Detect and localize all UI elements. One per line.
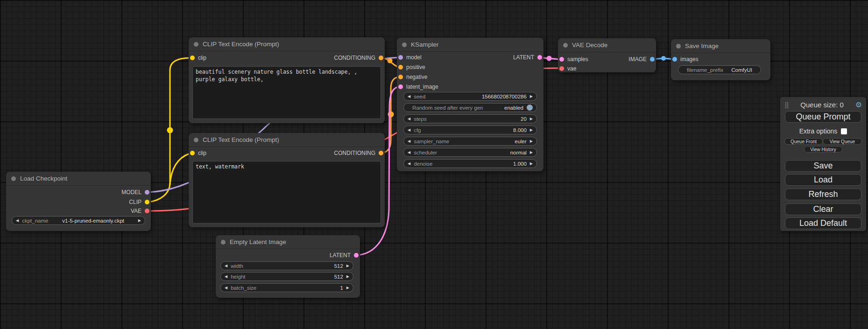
node-title-bar[interactable]: Save Image [671,39,770,53]
conditioning-slot-icon[interactable] [379,56,383,60]
input-samples[interactable]: samples [559,55,588,63]
model-slot-icon[interactable] [398,55,403,60]
filename-prefix-widget[interactable]: filename_prefix ComfyUI [678,65,761,74]
sampler-name-widget[interactable]: ◀ sampler_name euler ▶ [403,137,537,146]
model-slot-icon[interactable] [145,190,149,195]
height-widget[interactable]: ◀ height 512 ▶ [220,272,353,281]
input-clip[interactable]: clip [190,149,206,157]
prev-arrow-icon[interactable]: ◀ [408,128,410,132]
clear-button[interactable]: Clear [785,203,861,215]
steps-widget[interactable]: ◀ steps 20 ▶ [403,114,537,123]
clip-slot-icon[interactable] [190,56,195,60]
collapse-dot-icon[interactable] [563,43,568,48]
node-clip-encode-negative[interactable]: CLIP Text Encode (Prompt) clip CONDITION… [189,133,385,227]
input-clip[interactable]: clip [190,54,206,62]
next-arrow-icon[interactable]: ▶ [346,264,349,268]
output-conditioning[interactable]: CONDITIONING [334,149,383,157]
extra-options-checkbox[interactable] [841,128,847,134]
next-arrow-icon[interactable]: ▶ [530,128,533,132]
node-title-bar[interactable]: Load Checkpoint [6,172,151,186]
gear-icon[interactable]: ⚙ [855,100,862,109]
node-vae-decode[interactable]: VAE Decode samples vae IMAGE [558,38,656,72]
next-arrow-icon[interactable]: ▶ [530,151,533,154]
vae-slot-icon[interactable] [145,209,149,213]
node-title-bar[interactable]: Empty Latent Image [216,235,360,249]
prev-arrow-icon[interactable]: ◀ [408,117,410,121]
comfyui-canvas[interactable]: { "colors": { "model": "#B39DDB", "clip"… [0,0,868,329]
cfg-widget[interactable]: ◀ cfg 8.000 ▶ [403,126,537,134]
drag-handle-icon[interactable]: ⣿ [784,101,789,108]
queue-front-button[interactable]: Queue Front [784,138,823,145]
conditioning-slot-icon[interactable] [379,151,383,155]
prev-arrow-icon[interactable]: ◀ [408,162,410,166]
image-slot-icon[interactable] [672,57,677,62]
prev-arrow-icon[interactable]: ◀ [225,275,227,279]
output-conditioning[interactable]: CONDITIONING [334,54,383,62]
input-vae[interactable]: vae [559,64,576,73]
node-empty-latent-image[interactable]: Empty Latent Image LATENT ◀ width 512 ▶ … [216,235,360,298]
batch-size-widget[interactable]: ◀ batch_size 1 ▶ [220,283,353,292]
output-latent[interactable]: LATENT [330,251,359,259]
conditioning-slot-icon[interactable] [398,65,403,70]
next-arrow-icon[interactable]: ▶ [346,286,349,290]
collapse-dot-icon[interactable] [402,42,407,47]
save-button[interactable]: Save [785,160,861,172]
queue-prompt-button[interactable]: Queue Prompt [785,111,861,123]
next-arrow-icon[interactable]: ▶ [530,162,533,166]
conditioning-slot-icon[interactable] [398,75,403,79]
output-latent[interactable]: LATENT [513,53,542,62]
collapse-dot-icon[interactable] [194,42,198,47]
output-clip[interactable]: CLIP [129,198,149,206]
node-title-bar[interactable]: KSampler [397,38,543,52]
random-seed-toggle[interactable]: Random seed after every gen enabled [403,103,537,112]
clip-slot-icon[interactable] [145,200,149,204]
input-negative[interactable]: negative [398,73,427,81]
latent-slot-icon[interactable] [537,55,542,60]
prev-arrow-icon[interactable]: ◀ [225,264,227,268]
load-button[interactable]: Load [785,174,861,186]
output-image[interactable]: IMAGE [628,55,655,63]
prev-arrow-icon[interactable]: ◀ [408,140,410,143]
next-arrow-icon[interactable]: ▶ [530,117,533,121]
input-positive[interactable]: positive [398,63,425,71]
refresh-button[interactable]: Refresh [785,189,861,200]
collapse-dot-icon[interactable] [221,240,226,245]
collapse-dot-icon[interactable] [194,138,198,142]
collapse-dot-icon[interactable] [676,44,681,49]
width-widget[interactable]: ◀ width 512 ▶ [220,261,353,270]
prev-arrow-icon[interactable]: ◀ [225,286,227,290]
node-title-bar[interactable]: VAE Decode [558,38,656,52]
view-queue-button[interactable]: View Queue [823,138,862,145]
node-title-bar[interactable]: CLIP Text Encode (Prompt) [189,37,385,51]
output-model[interactable]: MODEL [121,188,149,196]
negative-prompt-textarea[interactable]: text, watermark [192,161,381,224]
scheduler-widget[interactable]: ◀ scheduler normal ▶ [403,148,537,157]
positive-prompt-textarea[interactable]: beautiful scenery nature glass bottle la… [192,66,381,119]
view-history-button[interactable]: View History [804,146,842,153]
node-clip-encode-positive[interactable]: CLIP Text Encode (Prompt) clip CONDITION… [189,37,385,123]
toggle-on-icon[interactable] [527,105,533,111]
prev-arrow-icon[interactable]: ◀ [16,219,19,223]
node-ksampler[interactable]: KSampler model positive negative latent_… [397,38,543,171]
latent-slot-icon[interactable] [559,57,564,62]
node-title-bar[interactable]: CLIP Text Encode (Prompt) [189,133,385,147]
denoise-widget[interactable]: ◀ denoise 1.000 ▶ [403,159,537,168]
next-arrow-icon[interactable]: ▶ [346,275,349,279]
ckpt-name-widget[interactable]: ◀ ckpt_name v1-5-pruned-emaonly.ckpt ▶ [12,216,145,225]
seed-widget[interactable]: ◀ seed 156680208700286 ▶ [403,92,537,101]
vae-slot-icon[interactable] [559,66,564,71]
input-model[interactable]: model [398,53,422,62]
prev-arrow-icon[interactable]: ◀ [408,95,410,98]
node-save-image[interactable]: Save Image images filename_prefix ComfyU… [671,39,770,80]
input-images[interactable]: images [672,55,699,63]
latent-slot-icon[interactable] [354,253,359,258]
node-load-checkpoint[interactable]: Load Checkpoint MODEL CLIP VAE ◀ ckpt_na… [6,172,151,231]
next-arrow-icon[interactable]: ▶ [530,95,533,98]
next-arrow-icon[interactable]: ▶ [138,219,141,223]
load-default-button[interactable]: Load Default [785,217,861,229]
collapse-dot-icon[interactable] [11,176,16,181]
next-arrow-icon[interactable]: ▶ [530,140,533,143]
output-vae[interactable]: VAE [131,207,149,215]
prev-arrow-icon[interactable]: ◀ [408,151,410,154]
input-latent-image[interactable]: latent_image [398,83,438,91]
